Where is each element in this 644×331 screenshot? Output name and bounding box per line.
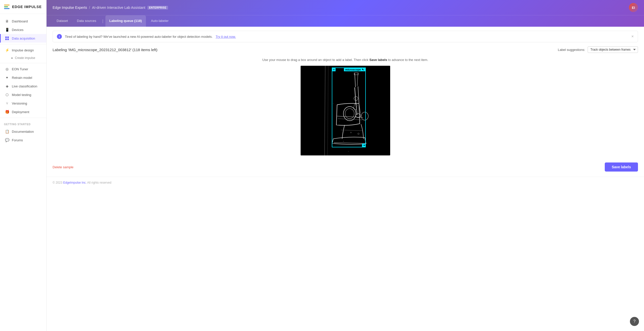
svg-line-17	[338, 119, 362, 120]
sidebar-label-live-classification: Live classification	[12, 84, 37, 88]
title-separator: /	[89, 6, 90, 10]
sidebar-label-retrain: Retrain model	[12, 76, 32, 80]
logo-bar-1	[4, 5, 10, 6]
model-testing-icon: ⬡	[5, 92, 9, 97]
sidebar-item-deployment[interactable]: 🎁 Deployment	[0, 108, 46, 116]
topbar-title: Edge Impulse Experts / AI-driven Interac…	[53, 6, 168, 10]
logo-bar-2	[4, 6, 8, 7]
info-banner: i Tired of labeling by hand? We've launc…	[53, 31, 638, 42]
getting-started-label: GETTING STARTED	[0, 119, 46, 127]
sidebar-item-impulse-design[interactable]: ⚡ Impulse design	[0, 46, 46, 54]
svg-point-19	[361, 112, 368, 120]
sidebar-item-create-impulse[interactable]: ● Create impulse	[0, 54, 46, 61]
sidebar-label-model-testing: Model testing	[12, 93, 31, 97]
svg-line-9	[355, 87, 356, 105]
instruction-after: to advance to the next item.	[388, 58, 428, 62]
forums-icon: 💬	[5, 138, 9, 142]
divider-1	[0, 44, 46, 44]
instruction-before: Use your mouse to drag a box around an o…	[262, 58, 369, 62]
banner-text: Tired of labeling by hand? We've launche…	[65, 35, 213, 39]
sidebar-item-model-testing[interactable]: ⬡ Model testing	[0, 90, 46, 99]
svg-point-28	[348, 151, 349, 152]
sidebar-item-retrain-model[interactable]: ✦ Retrain model	[0, 73, 46, 82]
labeling-title: Labeling 'IMG_microscope_20231212_003812…	[53, 48, 157, 52]
divider-2	[0, 63, 46, 63]
help-button[interactable]: ?	[630, 317, 639, 326]
banner-link[interactable]: Try it out now.	[216, 35, 236, 39]
svg-line-4	[325, 66, 325, 155]
image-wrapper[interactable]: + microscope ✎ ↗	[301, 66, 390, 155]
save-labels-button[interactable]: Save labels	[605, 162, 638, 172]
copyright-text: © 2023	[53, 181, 62, 184]
delete-sample-button[interactable]: Delete sample	[53, 165, 73, 169]
banner-close-button[interactable]: ×	[631, 35, 634, 39]
sidebar-item-documentation[interactable]: 📋 Documentation	[0, 127, 46, 136]
sidebar-label-devices: Devices	[12, 28, 23, 32]
page-footer: © 2023 EdgeImpulse Inc. All rights reser…	[47, 177, 644, 188]
suggestions-select[interactable]: Track objects between frames Don't sugge…	[588, 46, 638, 53]
svg-point-27	[361, 136, 361, 137]
sidebar-label-forums: Forums	[12, 138, 23, 142]
canvas-container: + microscope ✎ ↗	[47, 66, 644, 155]
sidebar: EDGE IMPULSE 🖥 Dashboard 📱 Devices Data …	[0, 0, 47, 331]
svg-point-26	[343, 141, 344, 142]
svg-point-23	[354, 96, 358, 101]
versioning-icon: ⑂	[5, 101, 9, 106]
sidebar-label-impulse-design: Impulse design	[12, 48, 34, 52]
sidebar-item-devices[interactable]: 📱 Devices	[0, 25, 46, 34]
rights-text: All rights reserved	[87, 181, 111, 184]
svg-point-12	[345, 109, 354, 119]
content-area: i Tired of labeling by hand? We've launc…	[47, 27, 644, 331]
tab-auto-labeler[interactable]: Auto-labeler	[147, 15, 173, 27]
svg-point-29	[363, 146, 364, 147]
svg-point-25	[339, 121, 340, 121]
info-icon: i	[57, 34, 62, 39]
logo-area[interactable]: EDGE IMPULSE	[0, 0, 46, 14]
instruction-text: Use your mouse to drag a box around an o…	[47, 56, 644, 66]
topbar: Edge Impulse Experts / AI-driven Interac…	[47, 0, 644, 27]
suggestions-label: Label suggestions:	[558, 48, 585, 52]
svg-line-16	[337, 116, 363, 117]
topbar-header: Edge Impulse Experts / AI-driven Interac…	[47, 0, 644, 15]
project-subtitle: AI-driven Interactive Lab Assistant	[92, 6, 145, 10]
retrain-icon: ✦	[5, 75, 9, 80]
svg-line-22	[341, 130, 362, 131]
tab-data-sources[interactable]: Data sources	[73, 15, 100, 27]
sidebar-item-versioning[interactable]: ⑂ Versioning	[0, 99, 46, 108]
sidebar-item-data-acquisition[interactable]: Data acquisition	[0, 34, 46, 43]
svg-point-24	[333, 103, 334, 104]
label-suggestions: Label suggestions: Track objects between…	[558, 46, 638, 53]
sidebar-label-versioning: Versioning	[12, 102, 27, 105]
tab-dataset[interactable]: Dataset	[53, 15, 72, 27]
svg-line-18	[334, 143, 365, 143]
sidebar-item-eon-tuner[interactable]: ◎ EON Tuner	[0, 65, 46, 73]
sidebar-label-deployment: Deployment	[12, 110, 29, 114]
live-class-icon: ◈	[5, 84, 9, 88]
sidebar-item-dashboard[interactable]: 🖥 Dashboard	[0, 17, 46, 25]
svg-point-20	[358, 133, 359, 135]
topbar-tabs: Dataset Data sources | Labeling queue (1…	[47, 15, 644, 27]
impulse-design-icon: ⚡	[5, 48, 9, 52]
deployment-icon: 🎁	[5, 110, 9, 114]
logo-icon	[4, 5, 10, 9]
svg-line-10	[358, 86, 359, 104]
company-link[interactable]: EdgeImpulse Inc.	[63, 181, 87, 184]
sidebar-label-eon-tuner: EON Tuner	[12, 67, 28, 71]
svg-point-21	[350, 132, 351, 133]
sidebar-label-dashboard: Dashboard	[12, 19, 28, 23]
circle-icon: ●	[11, 56, 13, 60]
sidebar-item-live-classification[interactable]: ◈ Live classification	[0, 82, 46, 90]
svg-rect-2	[5, 39, 7, 40]
main-content: Edge Impulse Experts / AI-driven Interac…	[47, 0, 644, 331]
tab-labeling-queue[interactable]: Labeling queue (118)	[105, 15, 146, 27]
user-avatar[interactable]: EI	[629, 3, 638, 12]
devices-icon: 📱	[5, 27, 9, 32]
sidebar-label-documentation: Documentation	[12, 130, 34, 134]
sidebar-label-create-impulse: Create impulse	[15, 56, 35, 60]
sidebar-nav: 🖥 Dashboard 📱 Devices Data acquisition ⚡…	[0, 14, 46, 331]
sidebar-item-forums[interactable]: 💬 Forums	[0, 136, 46, 144]
logo-bar-3	[4, 8, 10, 9]
docs-icon: 📋	[5, 129, 9, 134]
sidebar-label-data-acquisition: Data acquisition	[12, 37, 35, 40]
divider-3	[0, 118, 46, 118]
